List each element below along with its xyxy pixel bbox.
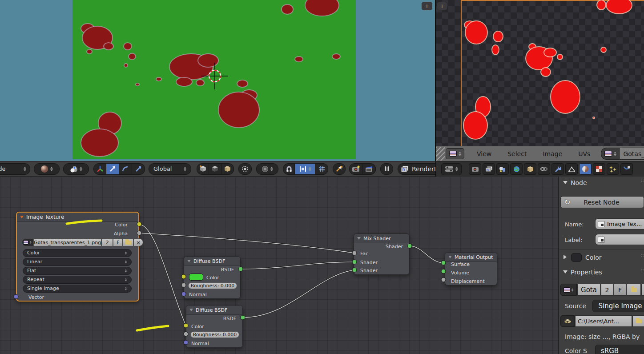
tab-render[interactable] [469,163,481,175]
fake-user-button[interactable]: F [113,238,123,246]
fake-user-button[interactable]: F [614,284,626,296]
tab-constraints[interactable] [538,163,550,175]
reset-node-button[interactable]: ↻ Reset Node [560,196,644,208]
image-browse-button[interactable] [560,284,577,296]
snap-element-dropdown[interactable] [295,163,315,175]
proportional-edit-dropdown[interactable] [256,163,278,175]
image-name-field[interactable]: Gotas_transparentes_1.png [33,238,101,246]
tab-object-data[interactable] [565,163,578,175]
manipulator-scale-button[interactable] [132,163,145,175]
interpolation-dropdown[interactable]: Linear [23,258,132,266]
open-image-button[interactable] [627,284,641,296]
uv-image-editor[interactable]: + [436,0,644,146]
layer-cube-button-2[interactable] [209,163,221,175]
tab-physics[interactable] [620,163,633,175]
name-field[interactable]: Image Tex... [595,218,644,229]
image-datablock-selector[interactable]: Gotas_tran [601,148,644,160]
render-animation-button[interactable] [362,163,376,175]
filepath-icon-button[interactable] [560,315,575,327]
menu-uvs[interactable]: UVs [578,150,590,157]
menu-select[interactable]: Select [507,150,527,157]
snap-magnet-button[interactable] [283,163,295,175]
tab-modifiers[interactable] [551,163,564,175]
render-layer-dropdown[interactable]: RenderLayer1 [398,163,435,175]
snap-peel-button[interactable] [333,163,346,175]
node-diffuse-bsdf-top[interactable]: Diffuse BSDF BSDF Color Roughness: 0.000… [184,256,241,299]
projection-dropdown[interactable]: Flat [23,267,132,275]
node-editor[interactable]: Image Texture Color Alpha Gotas_transpar… [0,177,558,354]
open-image-button[interactable] [123,238,133,246]
image-name-field[interactable]: Gotas_tran [620,148,644,160]
collapse-triangle-icon[interactable] [357,237,361,240]
node-header[interactable]: Image Texture [17,213,138,222]
node-header[interactable]: Diffuse BSDF [186,306,242,315]
diffuse-color-swatch[interactable] [189,274,203,281]
open-file-button[interactable] [632,315,644,327]
node-diffuse-bsdf-bottom[interactable]: Diffuse BSDF BSDF Color Roughness: 0.000… [186,305,243,348]
extension-dropdown[interactable]: Repeat [23,276,132,284]
node-header[interactable]: Diffuse BSDF [184,257,240,266]
roughness-slider[interactable]: Roughness: 0.000 [188,282,237,289]
snap-grid-button[interactable] [315,163,328,175]
unlink-image-button[interactable]: × [641,284,644,296]
editor-type-dropdown[interactable] [446,148,464,159]
tab-texture[interactable] [593,163,605,175]
unlink-image-button[interactable]: × [133,238,143,246]
manipulator-axis-button[interactable] [93,163,106,175]
tab-material[interactable] [579,163,592,175]
panel-drag-dots[interactable]: :: [641,269,643,274]
node-section-header[interactable]: Node [571,179,587,186]
image-browse-button[interactable] [601,148,620,160]
viewport-add-region-button[interactable]: + [422,2,432,10]
panel-drag-dots[interactable]: :: [641,179,643,185]
node-mix-shader[interactable]: Mix Shader Shader Fac Shader Shader [354,233,410,275]
collapse-triangle-icon[interactable] [189,309,193,311]
pause-button[interactable] [380,163,393,175]
layer-cube-button-1[interactable] [197,163,209,175]
properties-collapse-triangle[interactable] [563,270,568,274]
roughness-slider[interactable]: Roughness: 0.000 [190,331,239,338]
collapse-triangle-icon[interactable] [20,216,24,218]
manipulator-rotate-button[interactable] [119,163,132,175]
menu-view[interactable]: View [477,150,491,157]
tab-particles[interactable] [607,163,619,175]
color-section-header[interactable]: Color [585,254,602,261]
collapse-triangle-icon[interactable] [187,260,191,262]
color-space-dropdown[interactable]: Color [23,249,132,257]
tab-object[interactable] [524,163,536,175]
panel-collapse-triangle[interactable] [563,181,568,184]
collapse-triangle-icon[interactable] [448,256,452,258]
node-header[interactable]: Material Output [445,253,497,262]
tab-world[interactable] [510,163,523,175]
render-still-button[interactable] [349,163,362,175]
limit-selection-button[interactable] [238,163,252,175]
image-browse-button[interactable] [22,238,33,246]
colorspace-dropdown[interactable]: sRGB [595,345,644,354]
filepath-field[interactable]: C:\Users\Ant... [575,315,632,327]
source-dropdown[interactable]: Single Image [23,285,132,293]
layer-cube-button-3[interactable] [221,163,234,175]
color-swatch[interactable] [571,253,582,262]
properties-section-header[interactable]: Properties [571,269,602,276]
3d-viewport[interactable]: + [0,0,435,161]
viewport-shading-dropdown[interactable] [34,163,60,175]
users-count-button[interactable]: 2 [601,284,613,296]
corner-resize-grip[interactable] [436,147,445,161]
node-material-output[interactable]: Material Output Surface Volume Displacem… [445,252,497,286]
tab-scene[interactable] [496,163,509,175]
tab-render-layers[interactable] [483,163,495,175]
manipulator-translate-button[interactable] [106,163,119,175]
node-header[interactable]: Mix Shader [354,234,409,243]
panel-drag-dots[interactable]: :: [641,254,643,259]
label-field[interactable] [595,234,644,245]
image-add-region-button[interactable]: + [437,2,447,10]
menu-image[interactable]: Image [543,150,562,157]
source-dropdown[interactable]: Single Image [592,300,644,312]
editor-type-dropdown[interactable] [441,163,462,175]
pivot-point-dropdown[interactable] [63,163,89,175]
mode-dropdown[interactable]: Mode [0,163,30,175]
transform-orientation-dropdown[interactable]: Global [149,163,191,175]
node-image-texture[interactable]: Image Texture Color Alpha Gotas_transpar… [16,212,139,302]
color-collapse-triangle[interactable] [564,255,567,259]
users-count-button[interactable]: 2 [101,238,113,246]
